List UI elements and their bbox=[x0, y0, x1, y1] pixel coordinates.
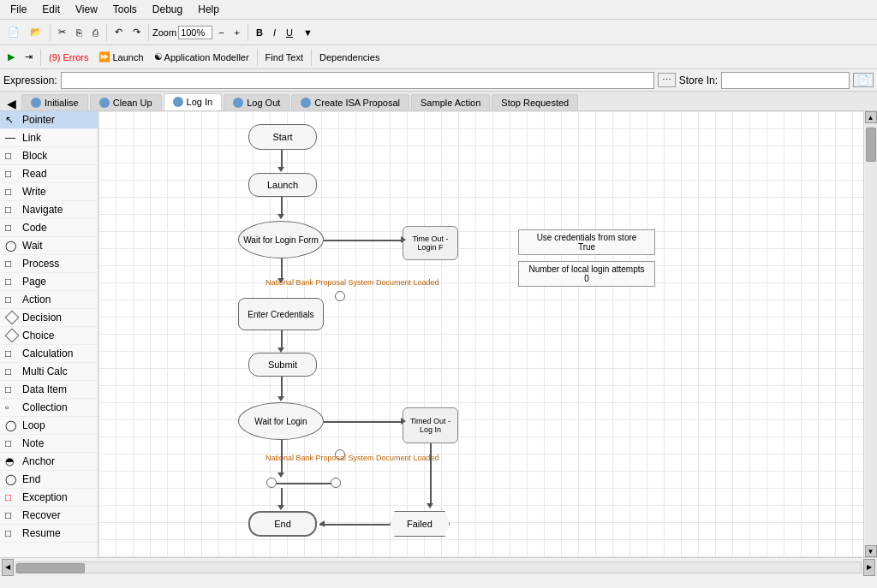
wait-icon: ◯ bbox=[5, 240, 19, 252]
menu-help[interactable]: Help bbox=[191, 2, 226, 17]
menu-view[interactable]: View bbox=[69, 2, 104, 17]
find-text-btn[interactable]: Find Text bbox=[261, 50, 307, 65]
horizontal-scroll-thumb[interactable] bbox=[16, 563, 85, 573]
store-helper-btn[interactable]: 📄 bbox=[853, 73, 874, 87]
tab-cleanup[interactable]: Clean Up bbox=[90, 94, 162, 110]
zoom-label: Zoom bbox=[152, 27, 176, 38]
sidebar-item-page[interactable]: □ Page bbox=[0, 273, 98, 291]
italic-btn[interactable]: I bbox=[269, 25, 280, 40]
zoom-in-btn[interactable]: + bbox=[230, 25, 244, 40]
node-timeout-login[interactable]: Timed Out - Log In bbox=[403, 407, 458, 443]
run-btn[interactable]: ▶ bbox=[3, 49, 19, 65]
tab-login[interactable]: Log In bbox=[164, 93, 223, 110]
resume-icon: □ bbox=[5, 527, 19, 539]
sidebar-item-pointer[interactable]: ↖ Pointer bbox=[0, 111, 98, 129]
tab-create-isa[interactable]: Create ISA Proposal bbox=[291, 94, 409, 110]
tab-logout[interactable]: Log Out bbox=[224, 94, 289, 110]
new-btn[interactable]: 📄 bbox=[3, 24, 24, 40]
underline-btn[interactable]: U bbox=[282, 25, 297, 40]
expr-input[interactable] bbox=[61, 72, 654, 89]
menu-debug[interactable]: Debug bbox=[146, 2, 189, 17]
menu-tools[interactable]: Tools bbox=[106, 2, 144, 17]
node-timeout-login-form[interactable]: Time Out - Login F bbox=[403, 226, 458, 260]
expr-helper-btn[interactable]: ⋯ bbox=[658, 73, 676, 87]
scroll-up-btn[interactable]: ▲ bbox=[865, 111, 877, 123]
vertical-scrollbar[interactable]: ▲ ▼ bbox=[863, 111, 877, 557]
font-dropdown[interactable]: ▼ bbox=[299, 25, 317, 40]
horizontal-scroll-track[interactable] bbox=[15, 561, 862, 573]
tab-sample-action[interactable]: Sample Action bbox=[411, 94, 490, 110]
undo-btn[interactable]: ↶ bbox=[110, 24, 127, 40]
sidebar-item-resume[interactable]: □ Resume bbox=[0, 525, 98, 543]
node-wait-login-2[interactable]: Wait for Login bbox=[238, 402, 324, 440]
menu-file[interactable]: File bbox=[3, 2, 33, 17]
sidebar-item-recover[interactable]: □ Recover bbox=[0, 507, 98, 525]
sidebar-item-link[interactable]: — Link bbox=[0, 129, 98, 147]
sidebar-item-action[interactable]: □ Action bbox=[0, 291, 98, 309]
tab-initialise[interactable]: Initialise bbox=[21, 94, 88, 110]
node-start[interactable]: Start bbox=[248, 124, 317, 150]
errors-label: (9) Errors bbox=[49, 52, 88, 62]
node-submit[interactable]: Submit bbox=[248, 353, 317, 377]
zoom-out-btn[interactable]: − bbox=[214, 25, 228, 40]
node-launch[interactable]: Launch bbox=[248, 173, 317, 197]
sidebar-item-navigate[interactable]: □ Navigate bbox=[0, 201, 98, 219]
copy-btn[interactable]: ⎘ bbox=[72, 25, 87, 40]
scroll-left-btn[interactable]: ◀ bbox=[2, 559, 14, 576]
scroll-thumb[interactable] bbox=[866, 128, 876, 162]
end-icon: ◯ bbox=[5, 473, 19, 485]
line-wait2-timeout2 bbox=[324, 421, 403, 423]
sidebar-item-end[interactable]: ◯ End bbox=[0, 471, 98, 489]
node-end[interactable]: End bbox=[248, 511, 317, 537]
open-btn[interactable]: 📂 bbox=[26, 24, 46, 40]
app-modeller-icon: ☯ bbox=[154, 51, 163, 62]
sidebar-item-write[interactable]: □ Write bbox=[0, 183, 98, 201]
sidebar-item-multi-calc[interactable]: □ Multi Calc bbox=[0, 363, 98, 381]
sidebar-item-exception[interactable]: □ Exception bbox=[0, 489, 98, 507]
store-input[interactable] bbox=[721, 72, 850, 89]
scroll-down-btn[interactable]: ▼ bbox=[865, 545, 877, 557]
zoom-input[interactable] bbox=[178, 26, 212, 39]
zoom-box: Zoom − + bbox=[152, 25, 244, 40]
toolbar-2: ▶ ⇥ (9) Errors ⏩ Launch ☯ Application Mo… bbox=[0, 45, 877, 69]
bold-btn[interactable]: B bbox=[252, 25, 267, 40]
arrow-start-launch bbox=[281, 150, 283, 169]
scroll-track[interactable] bbox=[865, 123, 877, 545]
paste-btn[interactable]: ⎙ bbox=[88, 25, 103, 40]
info-box-login-attempts: Number of local login attempts 0 bbox=[518, 261, 655, 287]
sidebar-item-choice[interactable]: Choice bbox=[0, 327, 98, 345]
menu-edit[interactable]: Edit bbox=[35, 2, 67, 17]
node-enter-credentials[interactable]: Enter Credentials bbox=[238, 298, 324, 330]
pointer-icon: ↖ bbox=[5, 114, 19, 126]
launch-btn[interactable]: ⏩ Launch bbox=[94, 49, 147, 65]
sidebar-item-note[interactable]: □ Note bbox=[0, 435, 98, 453]
errors-btn[interactable]: (9) Errors bbox=[45, 50, 92, 65]
sidebar-item-process[interactable]: □ Process bbox=[0, 255, 98, 273]
sidebar-item-code[interactable]: □ Code bbox=[0, 219, 98, 237]
sidebar-item-decision[interactable]: Decision bbox=[0, 309, 98, 327]
scroll-right-btn[interactable]: ▶ bbox=[863, 559, 875, 576]
sidebar-item-anchor[interactable]: ◓ Anchor bbox=[0, 453, 98, 471]
sidebar-item-loop[interactable]: ◯ Loop bbox=[0, 417, 98, 435]
sidebar-item-calculation[interactable]: □ Calculation bbox=[0, 345, 98, 363]
app-modeller-btn[interactable]: ☯ Application Modeller bbox=[150, 49, 254, 65]
sidebar-item-read[interactable]: □ Read bbox=[0, 165, 98, 183]
sep4 bbox=[248, 24, 248, 41]
arrow-head-3 bbox=[401, 236, 406, 243]
canvas-wrapper[interactable]: Start Launch Wait for Login Form Time Ou… bbox=[98, 111, 863, 557]
redo-btn[interactable]: ↷ bbox=[128, 24, 145, 40]
node-failed[interactable]: Failed bbox=[390, 511, 450, 537]
sidebar-item-collection[interactable]: ▫ Collection bbox=[0, 399, 98, 417]
sidebar-item-wait[interactable]: ◯ Wait bbox=[0, 237, 98, 255]
cut-btn[interactable]: ✂ bbox=[54, 24, 70, 40]
dependencies-btn[interactable]: Dependencies bbox=[315, 50, 384, 65]
flowchart-canvas[interactable]: Start Launch Wait for Login Form Time Ou… bbox=[98, 111, 863, 557]
node-wait-login-form[interactable]: Wait for Login Form bbox=[238, 221, 324, 258]
step-btn[interactable]: ⇥ bbox=[21, 49, 37, 65]
sidebar-item-data-item[interactable]: □ Data Item bbox=[0, 381, 98, 399]
exception-icon: □ bbox=[5, 491, 19, 503]
tab-icon-create-isa bbox=[301, 98, 311, 108]
tabs-scroll-left[interactable]: ◀ bbox=[3, 97, 20, 110]
tab-stop-requested[interactable]: Stop Requested bbox=[492, 94, 578, 110]
sidebar-item-block[interactable]: □ Block bbox=[0, 147, 98, 165]
